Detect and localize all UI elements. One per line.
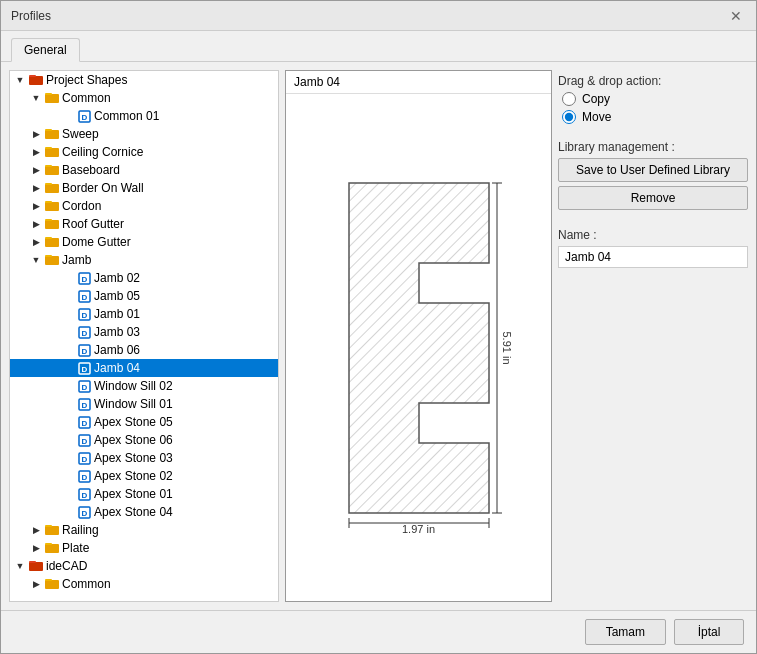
tree-row-idecad-common[interactable]: ▶ Common	[10, 575, 278, 593]
expand-roof-gutter[interactable]: ▶	[28, 216, 44, 232]
svg-text:D: D	[81, 436, 87, 445]
dim-vert-label: 5.91 in	[501, 331, 513, 364]
radio-move-label[interactable]: Move	[562, 110, 748, 124]
folder-icon-cordon	[44, 198, 60, 214]
folder-icon-dome-gutter	[44, 234, 60, 250]
tree-label-jamb-02: Jamb 02	[92, 271, 140, 285]
expand-project-shapes[interactable]: ▼	[12, 72, 28, 88]
tree-row-jamb-06[interactable]: ▶ D Jamb 06	[10, 341, 278, 359]
ok-button[interactable]: Tamam	[585, 619, 666, 645]
tree-row-apex-stone-04[interactable]: ▶ D Apex Stone 04	[10, 503, 278, 521]
tree-row-jamb-02[interactable]: ▶ D Jamb 02	[10, 269, 278, 287]
expand-baseboard[interactable]: ▶	[28, 162, 44, 178]
tree-label-window-sill-02: Window Sill 02	[92, 379, 173, 393]
svg-rect-11	[45, 165, 52, 167]
folder-icon-border-on-wall	[44, 180, 60, 196]
svg-text:D: D	[81, 364, 87, 373]
tree-row-cordon[interactable]: ▶ Cordon	[10, 197, 278, 215]
radio-move[interactable]	[562, 110, 576, 124]
svg-rect-13	[45, 183, 52, 185]
tree-row-jamb-01[interactable]: ▶ D Jamb 01	[10, 305, 278, 323]
svg-text:D: D	[81, 400, 87, 409]
item-icon-common-01: D	[76, 108, 92, 124]
tree-row-border-on-wall[interactable]: ▶ Border On Wall	[10, 179, 278, 197]
expand-cordon[interactable]: ▶	[28, 198, 44, 214]
tree-row-common[interactable]: ▼ Common	[10, 89, 278, 107]
tree-row-common-01[interactable]: ▶ D Common 01	[10, 107, 278, 125]
svg-rect-57	[45, 579, 52, 581]
tree-label-plate: Plate	[60, 541, 89, 555]
library-management-section: Library management : Save to User Define…	[558, 140, 748, 214]
item-icon-window-sill-01: D	[76, 396, 92, 412]
item-icon-jamb-03: D	[76, 324, 92, 340]
folder-icon-project-shapes	[28, 72, 44, 88]
tree-label-window-sill-01: Window Sill 01	[92, 397, 173, 411]
expand-idecad-common[interactable]: ▶	[28, 576, 44, 592]
expand-plate[interactable]: ▶	[28, 540, 44, 556]
tree-row-railing[interactable]: ▶ Railing	[10, 521, 278, 539]
close-button[interactable]: ✕	[726, 8, 746, 24]
drag-drop-section: Drag & drop action: Copy Move	[558, 74, 748, 124]
tree-row-plate[interactable]: ▶ Plate	[10, 539, 278, 557]
tree-label-common-01: Common 01	[92, 109, 159, 123]
tree-row-baseboard[interactable]: ▶ Baseboard	[10, 161, 278, 179]
tree-row-project-shapes[interactable]: ▼ Project Shapes	[10, 71, 278, 89]
tree-row-sweep[interactable]: ▶ Sweep	[10, 125, 278, 143]
tree-label-jamb-06: Jamb 06	[92, 343, 140, 357]
folder-icon-ceiling-cornice	[44, 144, 60, 160]
svg-text:D: D	[81, 274, 87, 283]
svg-rect-20	[45, 256, 59, 265]
svg-rect-3	[45, 93, 52, 95]
tab-general[interactable]: General	[11, 38, 80, 62]
tree-row-dome-gutter[interactable]: ▶ Dome Gutter	[10, 233, 278, 251]
save-to-library-button[interactable]: Save to User Defined Library	[558, 158, 748, 182]
radio-group-drag-drop: Copy Move	[558, 92, 748, 124]
tree-row-apex-stone-05[interactable]: ▶ D Apex Stone 05	[10, 413, 278, 431]
tree-label-dome-gutter: Dome Gutter	[60, 235, 131, 249]
svg-text:D: D	[81, 418, 87, 427]
remove-button[interactable]: Remove	[558, 186, 748, 210]
tree-panel[interactable]: ▼ Project Shapes ▼ Common ▶ D Co	[9, 70, 279, 602]
tree-label-idecad: ideCAD	[44, 559, 87, 573]
tree-row-roof-gutter[interactable]: ▶ Roof Gutter	[10, 215, 278, 233]
tree-row-ceiling-cornice[interactable]: ▶ Ceiling Cornice	[10, 143, 278, 161]
tree-row-window-sill-01[interactable]: ▶ D Window Sill 01	[10, 395, 278, 413]
svg-rect-50	[45, 526, 59, 535]
tree-row-apex-stone-02[interactable]: ▶ D Apex Stone 02	[10, 467, 278, 485]
svg-text:D: D	[81, 310, 87, 319]
tree-label-jamb-05: Jamb 05	[92, 289, 140, 303]
radio-copy-text: Copy	[582, 92, 610, 106]
expand-sweep[interactable]: ▶	[28, 126, 44, 142]
expand-jamb[interactable]: ▼	[28, 252, 44, 268]
folder-icon-jamb	[44, 252, 60, 268]
main-content: ▼ Project Shapes ▼ Common ▶ D Co	[1, 62, 756, 610]
name-input[interactable]	[558, 246, 748, 268]
tree-row-jamb-05[interactable]: ▶ D Jamb 05	[10, 287, 278, 305]
tree-label-apex-stone-02: Apex Stone 02	[92, 469, 173, 483]
tree-row-idecad[interactable]: ▼ ideCAD	[10, 557, 278, 575]
svg-rect-18	[45, 238, 59, 247]
tree-row-apex-stone-01[interactable]: ▶ D Apex Stone 01	[10, 485, 278, 503]
tree-row-jamb[interactable]: ▼ Jamb	[10, 251, 278, 269]
expand-border-on-wall[interactable]: ▶	[28, 180, 44, 196]
expand-dome-gutter[interactable]: ▶	[28, 234, 44, 250]
svg-rect-52	[45, 544, 59, 553]
item-icon-jamb-02: D	[76, 270, 92, 286]
tree-row-apex-stone-03[interactable]: ▶ D Apex Stone 03	[10, 449, 278, 467]
folder-icon-idecad-common	[44, 576, 60, 592]
radio-copy-label[interactable]: Copy	[562, 92, 748, 106]
radio-copy[interactable]	[562, 92, 576, 106]
expand-railing[interactable]: ▶	[28, 522, 44, 538]
cancel-button[interactable]: İptal	[674, 619, 744, 645]
expand-common[interactable]: ▼	[28, 90, 44, 106]
svg-rect-21	[45, 255, 52, 257]
expand-ceiling-cornice[interactable]: ▶	[28, 144, 44, 160]
name-section: Name :	[558, 228, 748, 268]
expand-idecad[interactable]: ▼	[12, 558, 28, 574]
tree-row-jamb-04[interactable]: ▶ D Jamb 04	[10, 359, 278, 377]
name-label: Name :	[558, 228, 748, 242]
tree-row-window-sill-02[interactable]: ▶ D Window Sill 02	[10, 377, 278, 395]
preview-panel: Jamb 04	[285, 70, 552, 602]
tree-row-jamb-03[interactable]: ▶ D Jamb 03	[10, 323, 278, 341]
tree-row-apex-stone-06[interactable]: ▶ D Apex Stone 06	[10, 431, 278, 449]
